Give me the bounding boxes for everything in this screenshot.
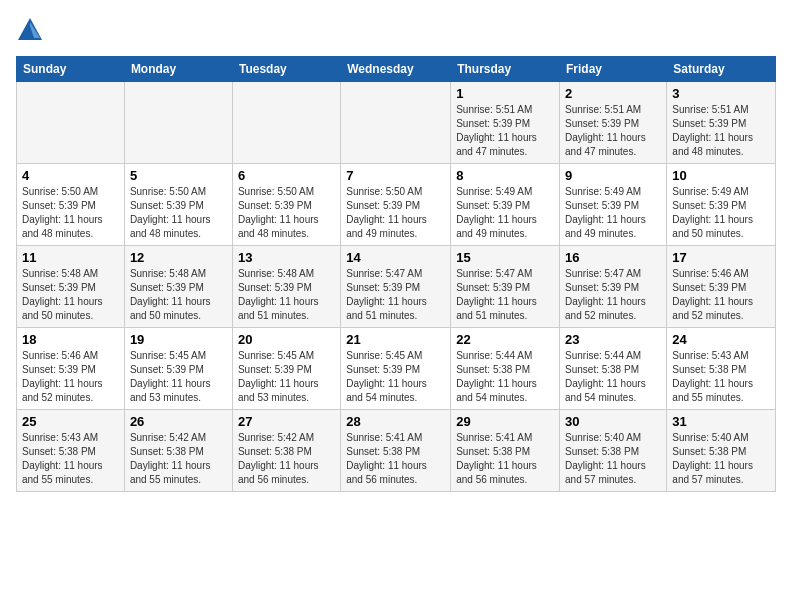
day-cell: 14Sunrise: 5:47 AM Sunset: 5:39 PM Dayli…: [341, 246, 451, 328]
day-cell: 28Sunrise: 5:41 AM Sunset: 5:38 PM Dayli…: [341, 410, 451, 492]
day-number: 2: [565, 86, 661, 101]
day-number: 13: [238, 250, 335, 265]
day-info: Sunrise: 5:41 AM Sunset: 5:38 PM Dayligh…: [456, 431, 554, 487]
day-info: Sunrise: 5:47 AM Sunset: 5:39 PM Dayligh…: [565, 267, 661, 323]
day-info: Sunrise: 5:47 AM Sunset: 5:39 PM Dayligh…: [346, 267, 445, 323]
day-info: Sunrise: 5:51 AM Sunset: 5:39 PM Dayligh…: [456, 103, 554, 159]
day-number: 5: [130, 168, 227, 183]
week-row-2: 4Sunrise: 5:50 AM Sunset: 5:39 PM Daylig…: [17, 164, 776, 246]
day-cell: 19Sunrise: 5:45 AM Sunset: 5:39 PM Dayli…: [124, 328, 232, 410]
day-number: 3: [672, 86, 770, 101]
day-cell: 6Sunrise: 5:50 AM Sunset: 5:39 PM Daylig…: [232, 164, 340, 246]
day-cell: 24Sunrise: 5:43 AM Sunset: 5:38 PM Dayli…: [667, 328, 776, 410]
day-cell: 25Sunrise: 5:43 AM Sunset: 5:38 PM Dayli…: [17, 410, 125, 492]
logo-icon: [16, 16, 44, 44]
day-number: 25: [22, 414, 119, 429]
header-cell-monday: Monday: [124, 57, 232, 82]
day-info: Sunrise: 5:48 AM Sunset: 5:39 PM Dayligh…: [22, 267, 119, 323]
day-info: Sunrise: 5:42 AM Sunset: 5:38 PM Dayligh…: [238, 431, 335, 487]
day-number: 26: [130, 414, 227, 429]
day-info: Sunrise: 5:51 AM Sunset: 5:39 PM Dayligh…: [672, 103, 770, 159]
day-info: Sunrise: 5:46 AM Sunset: 5:39 PM Dayligh…: [672, 267, 770, 323]
header-cell-thursday: Thursday: [451, 57, 560, 82]
logo: [16, 16, 48, 44]
day-cell: 11Sunrise: 5:48 AM Sunset: 5:39 PM Dayli…: [17, 246, 125, 328]
day-cell: 16Sunrise: 5:47 AM Sunset: 5:39 PM Dayli…: [560, 246, 667, 328]
day-number: 28: [346, 414, 445, 429]
header-cell-friday: Friday: [560, 57, 667, 82]
header-cell-saturday: Saturday: [667, 57, 776, 82]
day-info: Sunrise: 5:50 AM Sunset: 5:39 PM Dayligh…: [130, 185, 227, 241]
day-number: 21: [346, 332, 445, 347]
day-cell: 26Sunrise: 5:42 AM Sunset: 5:38 PM Dayli…: [124, 410, 232, 492]
day-cell: 31Sunrise: 5:40 AM Sunset: 5:38 PM Dayli…: [667, 410, 776, 492]
day-cell: 9Sunrise: 5:49 AM Sunset: 5:39 PM Daylig…: [560, 164, 667, 246]
day-cell: [17, 82, 125, 164]
day-number: 31: [672, 414, 770, 429]
day-number: 7: [346, 168, 445, 183]
day-cell: 29Sunrise: 5:41 AM Sunset: 5:38 PM Dayli…: [451, 410, 560, 492]
calendar-table: SundayMondayTuesdayWednesdayThursdayFrid…: [16, 56, 776, 492]
day-info: Sunrise: 5:45 AM Sunset: 5:39 PM Dayligh…: [238, 349, 335, 405]
day-cell: 7Sunrise: 5:50 AM Sunset: 5:39 PM Daylig…: [341, 164, 451, 246]
day-info: Sunrise: 5:40 AM Sunset: 5:38 PM Dayligh…: [672, 431, 770, 487]
day-info: Sunrise: 5:42 AM Sunset: 5:38 PM Dayligh…: [130, 431, 227, 487]
header-cell-sunday: Sunday: [17, 57, 125, 82]
week-row-1: 1Sunrise: 5:51 AM Sunset: 5:39 PM Daylig…: [17, 82, 776, 164]
day-info: Sunrise: 5:50 AM Sunset: 5:39 PM Dayligh…: [238, 185, 335, 241]
day-cell: 13Sunrise: 5:48 AM Sunset: 5:39 PM Dayli…: [232, 246, 340, 328]
header-row: SundayMondayTuesdayWednesdayThursdayFrid…: [17, 57, 776, 82]
day-number: 14: [346, 250, 445, 265]
day-cell: 23Sunrise: 5:44 AM Sunset: 5:38 PM Dayli…: [560, 328, 667, 410]
day-number: 22: [456, 332, 554, 347]
day-info: Sunrise: 5:44 AM Sunset: 5:38 PM Dayligh…: [565, 349, 661, 405]
day-cell: 15Sunrise: 5:47 AM Sunset: 5:39 PM Dayli…: [451, 246, 560, 328]
day-number: 17: [672, 250, 770, 265]
day-number: 6: [238, 168, 335, 183]
day-cell: 8Sunrise: 5:49 AM Sunset: 5:39 PM Daylig…: [451, 164, 560, 246]
day-info: Sunrise: 5:41 AM Sunset: 5:38 PM Dayligh…: [346, 431, 445, 487]
day-cell: 17Sunrise: 5:46 AM Sunset: 5:39 PM Dayli…: [667, 246, 776, 328]
day-info: Sunrise: 5:51 AM Sunset: 5:39 PM Dayligh…: [565, 103, 661, 159]
day-cell: 30Sunrise: 5:40 AM Sunset: 5:38 PM Dayli…: [560, 410, 667, 492]
page-header: [16, 16, 776, 44]
day-number: 8: [456, 168, 554, 183]
day-info: Sunrise: 5:49 AM Sunset: 5:39 PM Dayligh…: [565, 185, 661, 241]
header-cell-tuesday: Tuesday: [232, 57, 340, 82]
day-number: 24: [672, 332, 770, 347]
day-number: 12: [130, 250, 227, 265]
day-info: Sunrise: 5:49 AM Sunset: 5:39 PM Dayligh…: [456, 185, 554, 241]
day-cell: 1Sunrise: 5:51 AM Sunset: 5:39 PM Daylig…: [451, 82, 560, 164]
week-row-4: 18Sunrise: 5:46 AM Sunset: 5:39 PM Dayli…: [17, 328, 776, 410]
day-cell: 20Sunrise: 5:45 AM Sunset: 5:39 PM Dayli…: [232, 328, 340, 410]
day-number: 11: [22, 250, 119, 265]
day-cell: 3Sunrise: 5:51 AM Sunset: 5:39 PM Daylig…: [667, 82, 776, 164]
day-cell: [232, 82, 340, 164]
day-info: Sunrise: 5:49 AM Sunset: 5:39 PM Dayligh…: [672, 185, 770, 241]
day-cell: 10Sunrise: 5:49 AM Sunset: 5:39 PM Dayli…: [667, 164, 776, 246]
day-number: 27: [238, 414, 335, 429]
day-number: 18: [22, 332, 119, 347]
day-info: Sunrise: 5:45 AM Sunset: 5:39 PM Dayligh…: [130, 349, 227, 405]
week-row-3: 11Sunrise: 5:48 AM Sunset: 5:39 PM Dayli…: [17, 246, 776, 328]
day-number: 9: [565, 168, 661, 183]
day-info: Sunrise: 5:45 AM Sunset: 5:39 PM Dayligh…: [346, 349, 445, 405]
day-info: Sunrise: 5:48 AM Sunset: 5:39 PM Dayligh…: [130, 267, 227, 323]
day-number: 19: [130, 332, 227, 347]
day-cell: 2Sunrise: 5:51 AM Sunset: 5:39 PM Daylig…: [560, 82, 667, 164]
day-info: Sunrise: 5:43 AM Sunset: 5:38 PM Dayligh…: [22, 431, 119, 487]
day-info: Sunrise: 5:50 AM Sunset: 5:39 PM Dayligh…: [22, 185, 119, 241]
day-cell: 22Sunrise: 5:44 AM Sunset: 5:38 PM Dayli…: [451, 328, 560, 410]
calendar-body: 1Sunrise: 5:51 AM Sunset: 5:39 PM Daylig…: [17, 82, 776, 492]
day-info: Sunrise: 5:44 AM Sunset: 5:38 PM Dayligh…: [456, 349, 554, 405]
calendar-header: SundayMondayTuesdayWednesdayThursdayFrid…: [17, 57, 776, 82]
day-info: Sunrise: 5:47 AM Sunset: 5:39 PM Dayligh…: [456, 267, 554, 323]
day-number: 10: [672, 168, 770, 183]
day-number: 29: [456, 414, 554, 429]
day-cell: 12Sunrise: 5:48 AM Sunset: 5:39 PM Dayli…: [124, 246, 232, 328]
day-info: Sunrise: 5:48 AM Sunset: 5:39 PM Dayligh…: [238, 267, 335, 323]
day-cell: [341, 82, 451, 164]
day-number: 20: [238, 332, 335, 347]
day-cell: 5Sunrise: 5:50 AM Sunset: 5:39 PM Daylig…: [124, 164, 232, 246]
day-number: 23: [565, 332, 661, 347]
